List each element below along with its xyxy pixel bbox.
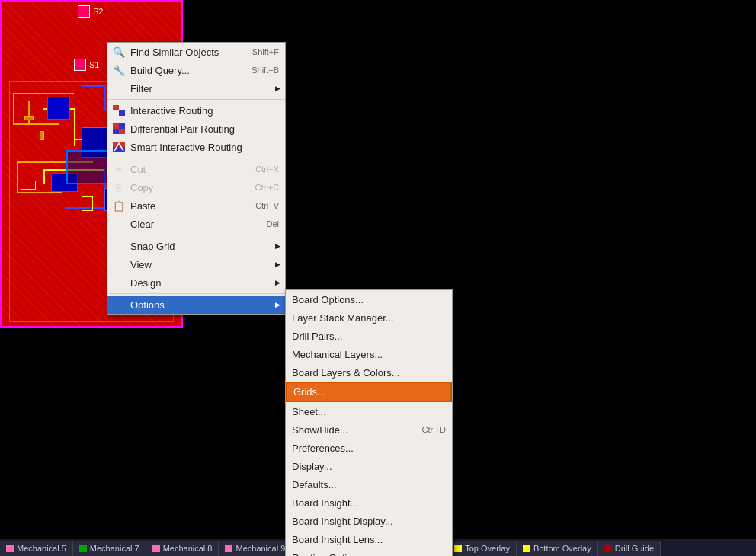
submenu-board-insight[interactable]: Board Insight... — [286, 494, 452, 512]
tab-mech9-color — [225, 545, 232, 552]
submenu-preferences-label: Preferences... — [292, 443, 354, 454]
menu-copy[interactable]: ⎘ Copy Ctrl+C — [107, 178, 285, 197]
menu-snap-grid[interactable]: Snap Grid — [107, 237, 285, 255]
menu-smart-routing[interactable]: Smart Interactive Routing — [107, 138, 285, 156]
tab-mech8[interactable]: Mechanical 8 — [146, 541, 219, 556]
submenu-display-label: Display... — [292, 461, 332, 472]
submenu-showhide-label: Show/Hide... — [292, 424, 348, 436]
submenu-board-layers-colors-label: Board Layers & Colors... — [292, 367, 400, 379]
menu-view[interactable]: View — [107, 255, 285, 273]
submenu-board-layers-colors[interactable]: Board Layers & Colors... — [286, 363, 452, 382]
paste-icon: 📋 — [112, 199, 126, 212]
tab-top-overlay-color — [454, 545, 462, 552]
route-icon — [112, 104, 126, 117]
s1-label: S1 — [89, 60, 99, 69]
tab-drill-guide[interactable]: Drill Guide — [598, 541, 661, 556]
smart-route-icon — [112, 140, 126, 154]
submenu-sheet[interactable]: Sheet... — [286, 402, 452, 420]
tab-bottom-overlay[interactable]: Bottom Overlay — [517, 541, 598, 556]
menu-copy-shortcut: Ctrl+C — [255, 183, 279, 192]
submenu-board-options-label: Board Options... — [292, 294, 364, 305]
submenu-grids-label: Grids... — [293, 386, 325, 398]
options-submenu: Board Options... Layer Stack Manager... … — [285, 289, 453, 556]
menu-paste-label: Paste — [130, 200, 155, 212]
separator-4 — [107, 293, 285, 294]
s2-marker — [78, 5, 90, 18]
menu-options[interactable]: Options — [107, 296, 285, 314]
s1-marker — [74, 59, 86, 71]
menu-find-similar[interactable]: 🔍 Find Similar Objects Shift+F — [107, 43, 285, 61]
menu-clear-label: Clear — [130, 219, 154, 230]
menu-diff-pair[interactable]: Differential Pair Routing — [107, 120, 285, 138]
svg-rect-3 — [113, 123, 119, 129]
menu-snap-grid-label: Snap Grid — [130, 241, 175, 252]
submenu-drill-pairs[interactable]: Drill Pairs... — [286, 327, 452, 345]
submenu-mechanical-layers[interactable]: Mechanical Layers... — [286, 345, 452, 363]
tab-mech5-label: Mechanical 5 — [17, 544, 66, 553]
menu-cut[interactable]: ✂ Cut Ctrl+X — [107, 160, 285, 178]
menu-options-label: Options — [130, 299, 165, 311]
separator-3 — [107, 235, 285, 235]
menu-copy-label: Copy — [130, 182, 153, 193]
tab-bottom-overlay-color — [523, 545, 530, 552]
menu-build-query-shortcut: Shift+B — [251, 66, 279, 75]
menu-view-label: View — [130, 259, 152, 270]
submenu-defaults[interactable]: Defaults... — [286, 475, 452, 494]
menu-smart-routing-label: Smart Interactive Routing — [130, 142, 242, 153]
menu-design[interactable]: Design — [107, 273, 285, 292]
submenu-drill-pairs-label: Drill Pairs... — [292, 331, 342, 342]
tab-mech7-color — [79, 545, 87, 552]
menu-design-label: Design — [130, 277, 161, 289]
tab-mech5-color — [6, 545, 14, 552]
menu-clear[interactable]: Clear Del — [107, 215, 285, 233]
separator-1 — [107, 99, 285, 100]
svg-rect-0 — [113, 105, 119, 110]
submenu-defaults-label: Defaults... — [292, 479, 337, 490]
copy-icon: ⎘ — [112, 181, 126, 194]
submenu-routing-options[interactable]: Routing Options... — [286, 548, 452, 556]
menu-clear-shortcut: Del — [266, 219, 279, 228]
menu-filter-label: Filter — [130, 83, 152, 94]
menu-paste[interactable]: 📋 Paste Ctrl+V — [107, 197, 285, 215]
svg-rect-5 — [113, 129, 119, 134]
submenu-routing-options-label: Routing Options... — [292, 552, 371, 557]
tab-mech8-color — [152, 545, 160, 552]
submenu-layer-stack-label: Layer Stack Manager... — [292, 312, 394, 324]
menu-interactive-routing[interactable]: Interactive Routing — [107, 101, 285, 120]
diff-pair-icon — [112, 122, 126, 136]
submenu-board-insight-label: Board Insight... — [292, 497, 358, 509]
submenu-board-insight-lens-label: Board Insight Lens... — [292, 534, 383, 545]
menu-build-query[interactable]: 🔧 Build Query... Shift+B — [107, 61, 285, 79]
submenu-layer-stack[interactable]: Layer Stack Manager... — [286, 308, 452, 327]
submenu-board-insight-display-label: Board Insight Display... — [292, 516, 393, 527]
submenu-showhide-shortcut: Ctrl+D — [422, 425, 446, 434]
tab-bottom-overlay-label: Bottom Overlay — [533, 544, 591, 553]
tab-top-overlay[interactable]: Top Overlay — [448, 541, 517, 556]
submenu-mechanical-layers-label: Mechanical Layers... — [292, 349, 383, 360]
menu-find-similar-shortcut: Shift+F — [252, 47, 279, 56]
tab-mech7[interactable]: Mechanical 7 — [73, 541, 146, 556]
tab-mech5[interactable]: Mechanical 5 — [0, 541, 73, 556]
submenu-board-options[interactable]: Board Options... — [286, 290, 452, 308]
menu-build-query-label: Build Query... — [130, 65, 190, 76]
tab-top-overlay-label: Top Overlay — [465, 544, 510, 553]
tab-mech8-label: Mechanical 8 — [163, 544, 213, 553]
svg-rect-6 — [119, 129, 125, 134]
query-icon: 🔧 — [112, 63, 126, 77]
submenu-display[interactable]: Display... — [286, 457, 452, 475]
tab-mech9[interactable]: Mechanical 9 — [219, 541, 292, 556]
submenu-preferences[interactable]: Preferences... — [286, 439, 452, 457]
submenu-board-insight-lens[interactable]: Board Insight Lens... — [286, 530, 452, 548]
menu-interactive-routing-label: Interactive Routing — [130, 105, 213, 117]
menu-find-similar-label: Find Similar Objects — [130, 46, 219, 58]
context-menu: 🔍 Find Similar Objects Shift+F 🔧 Build Q… — [107, 42, 286, 315]
tab-drill-guide-color — [604, 545, 612, 552]
menu-filter[interactable]: Filter — [107, 79, 285, 97]
cut-icon: ✂ — [112, 162, 126, 176]
tab-mech9-label: Mechanical 9 — [235, 544, 285, 553]
submenu-grids[interactable]: Grids... — [286, 382, 452, 402]
submenu-sheet-label: Sheet... — [292, 406, 326, 417]
menu-paste-shortcut: Ctrl+V — [255, 201, 279, 210]
submenu-showhide[interactable]: Show/Hide... Ctrl+D — [286, 420, 452, 439]
submenu-board-insight-display[interactable]: Board Insight Display... — [286, 512, 452, 530]
